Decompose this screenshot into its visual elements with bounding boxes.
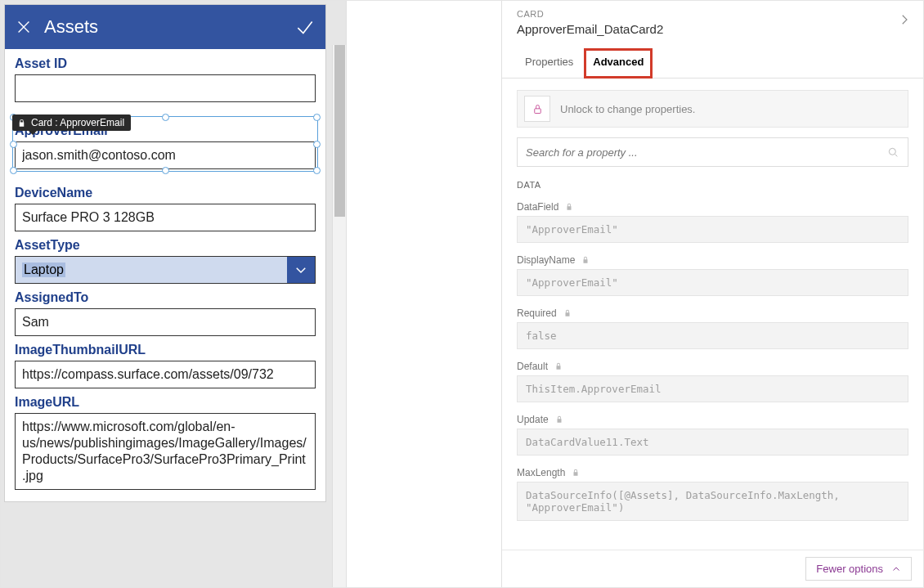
- unlock-button[interactable]: [524, 96, 550, 122]
- panel-footer: Fewer options: [502, 550, 923, 587]
- resize-handle[interactable]: [162, 167, 169, 174]
- card-approver-email[interactable]: Card : ApproverEmail ApproverEmail: [15, 119, 316, 169]
- field-label: DeviceName: [15, 186, 316, 200]
- lock-icon: [532, 103, 544, 115]
- search-icon: [886, 146, 899, 159]
- properties-panel: CARD ApproverEmail_DataCard2 Properties …: [501, 1, 923, 587]
- assigned-to-input[interactable]: [15, 308, 316, 336]
- selection-badge: Card : ApproverEmail: [12, 114, 131, 131]
- thumb-url-input[interactable]: [15, 361, 316, 388]
- panel-type-label: CARD: [517, 9, 908, 19]
- prop-label: Default: [517, 361, 548, 372]
- lock-icon: [563, 309, 572, 317]
- image-url-input[interactable]: [15, 413, 316, 490]
- section-data-label: DATA: [517, 180, 908, 190]
- prop-label: DataField: [517, 201, 558, 213]
- prop-label: MaxLength: [517, 467, 565, 478]
- scrollbar-thumb[interactable]: [334, 45, 345, 217]
- selection-badge-text: Card : ApproverEmail: [31, 117, 124, 128]
- prop-value[interactable]: false: [517, 322, 908, 349]
- prop-update: Update DataCardValue11.Text: [517, 414, 908, 456]
- prop-label: Required: [517, 307, 557, 319]
- resize-handle[interactable]: [313, 141, 321, 148]
- chevron-up-icon: [891, 564, 901, 574]
- card-asset-type[interactable]: AssetType Laptop: [15, 233, 316, 284]
- asset-type-dropdown[interactable]: Laptop: [15, 256, 316, 284]
- submit-check-icon[interactable]: [294, 16, 316, 38]
- form-preview-pane: Assets Asset ID Card : ApproverEmail: [1, 1, 346, 587]
- chevron-down-icon: [294, 263, 308, 277]
- unlock-banner: Unlock to change properties.: [517, 90, 908, 128]
- panel-header: CARD ApproverEmail_DataCard2 Properties …: [502, 1, 923, 79]
- form-title: Assets: [44, 16, 294, 38]
- resize-handle[interactable]: [162, 114, 169, 121]
- prop-default: Default ThisItem.ApproverEmail: [517, 361, 908, 402]
- prop-maxlength: MaxLength DataSourceInfo([@Assets], Data…: [517, 467, 908, 521]
- chevron-right-icon[interactable]: [897, 12, 912, 27]
- property-search[interactable]: [517, 137, 908, 167]
- close-icon[interactable]: [15, 18, 33, 36]
- svg-point-1: [889, 148, 895, 155]
- unlock-text: Unlock to change properties.: [560, 103, 695, 115]
- form-header: Assets: [5, 5, 325, 49]
- card-image-url[interactable]: ImageURL: [15, 390, 316, 493]
- panel-object-name: ApproverEmail_DataCard2: [517, 22, 908, 36]
- canvas-gap: [346, 1, 501, 587]
- card-assigned-to[interactable]: AssignedTo: [15, 285, 316, 336]
- field-label: ImageURL: [15, 395, 316, 410]
- prop-value[interactable]: ThisItem.ApproverEmail: [517, 375, 908, 402]
- lock-icon: [17, 119, 26, 128]
- prop-required: Required false: [517, 307, 908, 349]
- lock-icon: [572, 469, 580, 477]
- fewer-options-button[interactable]: Fewer options: [805, 557, 912, 581]
- form-container: Assets Asset ID Card : ApproverEmail: [4, 4, 326, 502]
- tab-properties[interactable]: Properties: [517, 49, 581, 78]
- prop-value[interactable]: DataSourceInfo([@Assets], DataSourceInfo…: [517, 482, 908, 521]
- lock-icon: [554, 362, 563, 370]
- field-label: ImageThumbnailURL: [15, 343, 316, 357]
- card-asset-id[interactable]: Asset ID: [15, 52, 316, 102]
- lock-icon: [555, 415, 563, 424]
- resize-handle[interactable]: [313, 167, 321, 174]
- resize-handle[interactable]: [313, 114, 321, 121]
- field-label: AssignedTo: [15, 290, 316, 305]
- prop-label: DisplayName: [517, 254, 575, 266]
- panel-tabs: Properties Advanced: [517, 49, 908, 78]
- lock-icon: [565, 203, 573, 211]
- card-device-name[interactable]: DeviceName: [15, 181, 316, 231]
- prop-datafield: DataField "ApproverEmail": [517, 201, 908, 243]
- svg-rect-0: [534, 108, 540, 113]
- prop-value[interactable]: DataCardValue11.Text: [517, 429, 908, 456]
- field-label: AssetType: [15, 238, 316, 253]
- dropdown-toggle[interactable]: [287, 257, 315, 283]
- panel-body: Unlock to change properties. DATA DataFi…: [502, 79, 923, 550]
- tab-advanced[interactable]: Advanced: [585, 49, 652, 78]
- prop-value[interactable]: "ApproverEmail": [517, 216, 908, 243]
- resize-handle[interactable]: [10, 167, 17, 174]
- property-search-input[interactable]: [526, 146, 886, 159]
- asset-id-input[interactable]: [15, 74, 316, 102]
- dropdown-value: Laptop: [16, 257, 287, 283]
- field-label: Asset ID: [15, 56, 316, 71]
- lock-icon: [581, 256, 590, 264]
- prop-label: Update: [517, 414, 549, 425]
- card-thumb-url[interactable]: ImageThumbnailURL: [15, 338, 316, 388]
- fewer-options-label: Fewer options: [816, 563, 883, 575]
- form-scrollbar[interactable]: [332, 45, 346, 587]
- device-name-input[interactable]: [15, 204, 316, 231]
- prop-displayname: DisplayName "ApproverEmail": [517, 254, 908, 296]
- prop-value[interactable]: "ApproverEmail": [517, 269, 908, 296]
- resize-handle[interactable]: [10, 141, 17, 148]
- form-body: Asset ID Card : ApproverEmail: [5, 49, 325, 501]
- approver-email-input[interactable]: [15, 141, 316, 169]
